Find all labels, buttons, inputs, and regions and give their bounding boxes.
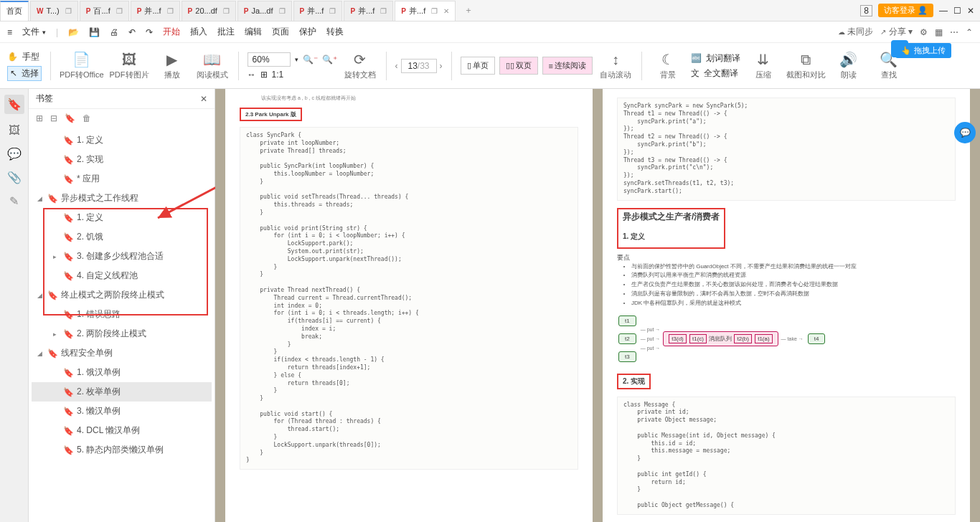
hand-label[interactable]: 手型 xyxy=(22,51,39,63)
rotate-button[interactable]: ⟳旋转文档 xyxy=(343,51,377,80)
bookmark-item[interactable]: ◢🔖线程安全单例 xyxy=(32,343,212,363)
tab-dup-icon[interactable]: ❐ xyxy=(431,7,438,15)
single-page-button[interactable]: ▯ 单页 xyxy=(461,57,495,75)
select-tool-icon[interactable]: ↖ xyxy=(10,68,17,78)
actual-size-icon[interactable]: 1:1 xyxy=(272,70,284,80)
read-mode-button[interactable]: 📖阅读模式 xyxy=(195,51,230,80)
attachment-panel-icon[interactable]: 📎 xyxy=(7,171,22,184)
thumbnail-panel-icon[interactable]: 🖼 xyxy=(9,124,20,137)
menu-convert[interactable]: 转换 xyxy=(326,26,344,38)
save-icon[interactable]: 💾 xyxy=(89,27,100,37)
grid-icon[interactable]: ▦ xyxy=(935,27,943,37)
open-icon[interactable]: 📂 xyxy=(68,27,79,37)
bookmark-item[interactable]: 🔖2. 饥饿 xyxy=(32,227,212,247)
tab-dup-icon[interactable]: ❐ xyxy=(279,7,286,15)
sync-label[interactable]: ☁ 未同步 xyxy=(838,26,873,38)
zoom-dropdown-icon[interactable]: ▾ xyxy=(295,56,298,63)
undo-icon[interactable]: ↶ xyxy=(128,27,136,37)
file-menu[interactable]: 文件 ▾ xyxy=(22,26,46,38)
new-tab-button[interactable]: ＋ xyxy=(457,4,480,16)
minimize-icon[interactable]: — xyxy=(939,6,948,16)
fit-page-icon[interactable]: ⊞ xyxy=(260,70,268,80)
menu-annotate[interactable]: 批注 xyxy=(217,26,235,38)
tab-doc[interactable]: P并...f❐ xyxy=(131,1,180,21)
comment-panel-icon[interactable]: 💬 xyxy=(7,147,22,161)
collapse-all-icon[interactable]: ⊟ xyxy=(50,113,57,123)
dict-label[interactable]: 划词翻译 xyxy=(706,52,740,65)
double-page-button[interactable]: ▯▯ 双页 xyxy=(499,57,538,75)
select-label[interactable]: 选择 xyxy=(22,67,39,80)
menu-page[interactable]: 页面 xyxy=(272,26,289,38)
bookmark-item[interactable]: 🔖3. 懒汉单例 xyxy=(32,402,212,421)
tab-doc[interactable]: P并...f❐ xyxy=(293,1,343,21)
print-icon[interactable]: 🖨 xyxy=(110,27,118,37)
tab-dup-icon[interactable]: ❐ xyxy=(380,7,387,15)
add-bookmark-icon[interactable]: 🔖 xyxy=(65,113,75,123)
more-icon[interactable]: ⋯ xyxy=(950,27,958,37)
tab-dup-icon[interactable]: ❐ xyxy=(223,7,230,15)
bookmark-item[interactable]: ▸🔖2. 两阶段终止模式 xyxy=(32,324,212,343)
collapse-ribbon-icon[interactable]: ⌃ xyxy=(966,27,973,37)
compare-button[interactable]: ⧉截图和对比 xyxy=(786,52,826,80)
hand-tool-icon[interactable]: ✋ xyxy=(7,52,18,62)
bookmark-item[interactable]: 🔖1. 饿汉单例 xyxy=(32,363,212,382)
trans-icon[interactable]: 文 xyxy=(691,67,699,80)
bookmark-item[interactable]: 🔖1. 定义 xyxy=(32,208,212,227)
tab-doc[interactable]: PJa...df❐ xyxy=(237,1,292,21)
tab-doc[interactable]: P20...df❐ xyxy=(182,1,236,21)
menu-insert[interactable]: 插入 xyxy=(190,26,207,38)
tab-dup-icon[interactable]: ❐ xyxy=(65,7,72,15)
dict-icon[interactable]: 🔤 xyxy=(691,53,702,63)
trans-label[interactable]: 全文翻译 xyxy=(704,67,738,80)
next-page-icon[interactable]: › xyxy=(440,61,443,71)
zoom-out-icon[interactable]: 🔍⁻ xyxy=(303,54,318,65)
zoom-input[interactable]: 60% xyxy=(248,52,291,67)
fit-width-icon[interactable]: ↔ xyxy=(248,70,256,80)
document-viewport[interactable]: 该实现没有考虑 a , b , c 线程都就绪再开始 2.3 Park Unpa… xyxy=(215,89,980,522)
menu-start[interactable]: 开始 xyxy=(163,26,180,38)
del-bookmark-icon[interactable]: 🗑 xyxy=(83,113,91,123)
share-label[interactable]: ↗ 分享 ▾ xyxy=(880,26,913,38)
tab-doc[interactable]: P百...f❐ xyxy=(80,1,129,21)
pdf-to-img-button[interactable]: 🖼PDF转图片 xyxy=(110,52,149,80)
bookmark-item[interactable]: 🔖5. 静态内部类懒汉单例 xyxy=(32,440,212,460)
compress-button[interactable]: ⇊压缩 xyxy=(746,51,781,80)
zoom-in-icon[interactable]: 🔍⁺ xyxy=(322,54,337,65)
bookmark-panel-icon[interactable]: 🔖 xyxy=(4,95,24,114)
continuous-button[interactable]: ≡ 连续阅读 xyxy=(542,57,593,75)
tab-home[interactable]: 首页 xyxy=(0,1,29,21)
bookmark-item[interactable]: 🔖4. 自定义线程池 xyxy=(32,266,212,285)
autoscroll-button[interactable]: ↕自动滚动 xyxy=(598,52,633,80)
menu-edit[interactable]: 编辑 xyxy=(245,26,262,38)
background-button[interactable]: ☾背景 xyxy=(651,51,685,80)
sidebar-close-icon[interactable]: ✕ xyxy=(200,94,207,104)
edit-panel-icon[interactable]: ✎ xyxy=(9,194,19,208)
drag-upload-badge[interactable]: 👆 拖拽上传 xyxy=(895,43,951,58)
bookmark-item[interactable]: 🔖2. 枚举单例 xyxy=(32,382,212,402)
tab-doc-active[interactable]: P并...f❐✕ xyxy=(395,1,456,21)
bookmark-item[interactable]: ▸🔖3. 创建多少线程池合适 xyxy=(32,247,212,266)
bookmark-item[interactable]: ◢🔖异步模式之工作线程 xyxy=(32,189,212,208)
bookmark-item[interactable]: 🔖4. DCL 懒汉单例 xyxy=(32,421,212,440)
tab-dup-icon[interactable]: ❐ xyxy=(329,7,336,15)
tab-dup-icon[interactable]: ❐ xyxy=(167,7,174,15)
play-button[interactable]: ▶播放 xyxy=(155,51,189,80)
maximize-icon[interactable]: ☐ xyxy=(953,6,961,16)
bookmark-item[interactable]: 🔖* 应用 xyxy=(32,169,212,189)
bookmark-item[interactable]: 🔖1. 定义 xyxy=(32,130,212,150)
gear-icon[interactable]: ⚙ xyxy=(920,27,928,37)
expand-all-icon[interactable]: ⊞ xyxy=(36,113,43,123)
tab-doc[interactable]: WT...)❐ xyxy=(30,1,78,21)
help-floating-icon[interactable]: 💬 xyxy=(954,122,976,143)
bookmark-item[interactable]: 🔖1. 错误思路 xyxy=(32,305,212,324)
menu-protect[interactable]: 保护 xyxy=(299,26,316,38)
page-input[interactable]: 13/33 xyxy=(401,59,437,73)
tab-doc[interactable]: P并...f❐ xyxy=(344,1,393,21)
tab-dup-icon[interactable]: ❐ xyxy=(116,7,123,15)
close-window-icon[interactable]: ✕ xyxy=(967,6,974,16)
prev-page-icon[interactable]: ‹ xyxy=(395,61,398,71)
login-button[interactable]: 访客登录 👤 xyxy=(878,4,933,17)
bookmark-item[interactable]: 🔖2. 实现 xyxy=(32,150,212,169)
bookmark-item[interactable]: ◢🔖终止模式之两阶段终止模式 xyxy=(32,285,212,305)
redo-icon[interactable]: ↷ xyxy=(146,27,153,37)
